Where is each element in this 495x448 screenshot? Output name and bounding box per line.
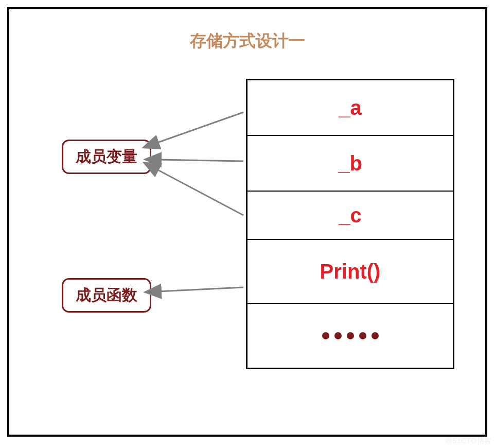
dot [334, 332, 342, 339]
diagram-title: 存储方式设计一 [9, 30, 485, 53]
cell-c: _c [247, 192, 453, 240]
member-function-label: 成员函数 [62, 278, 151, 313]
arrow-c-to-var [156, 169, 243, 215]
watermark: @51CTO博客 [445, 437, 492, 446]
dot [347, 332, 354, 339]
ellipsis-dots [322, 332, 379, 339]
arrow-a-to-var [156, 112, 243, 143]
arrow-print-to-func [158, 287, 243, 291]
cell-b: _b [247, 136, 453, 192]
member-variable-label: 成员变量 [62, 140, 151, 174]
dot [322, 332, 329, 339]
class-storage-box: _a _b _c Print() [246, 79, 454, 369]
arrow-b-to-var [158, 160, 243, 161]
cell-print: Print() [247, 240, 453, 304]
diagram-frame: 存储方式设计一 成员变量 成员函数 _a _b _c Print() [7, 7, 487, 437]
cell-ellipsis [247, 304, 453, 368]
dot [359, 332, 366, 339]
cell-a: _a [247, 80, 453, 136]
dot [372, 332, 379, 339]
